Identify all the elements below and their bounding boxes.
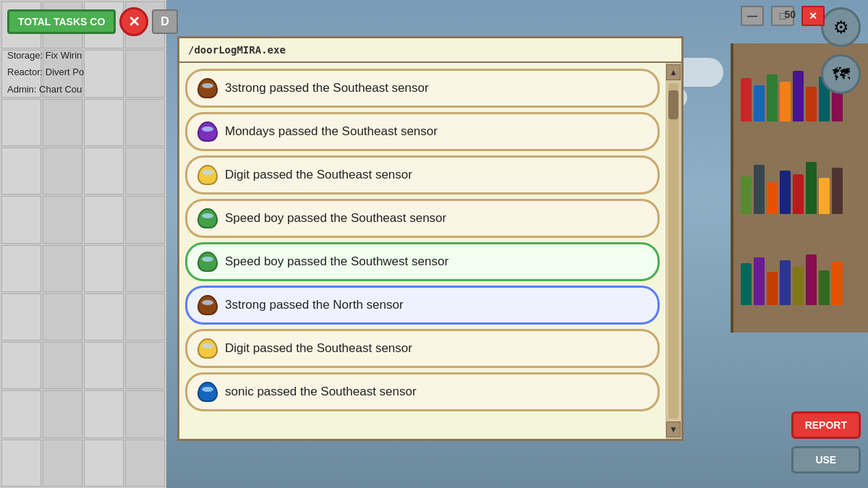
task-item: Reactor: Divert Po — [7, 64, 163, 80]
wall-tile — [43, 196, 82, 243]
book — [806, 162, 817, 214]
log-entry[interactable]: Mondays passed the Southeast sensor — [185, 112, 660, 151]
page-number: 50 — [784, 9, 796, 20]
wall-tile — [1, 245, 41, 292]
settings-icon-button[interactable]: ⚙ — [821, 7, 861, 47]
book — [754, 257, 765, 305]
log-entry-text: Speed boy passed the Southeast sensor — [225, 211, 446, 226]
player-icon — [197, 338, 218, 359]
log-entry[interactable]: Digit passed the Southeast sensor — [185, 329, 660, 368]
log-entry-text: Speed boy passed the Southwest sensor — [225, 254, 448, 269]
log-entry[interactable]: Digit passed the Southeast sensor — [185, 155, 660, 194]
book — [793, 174, 804, 214]
scrollbar[interactable]: ▲ ▼ — [665, 63, 681, 439]
wall-tile — [84, 147, 124, 194]
report-button[interactable]: REPORT — [791, 411, 861, 439]
book — [780, 171, 791, 214]
wall-tile — [125, 390, 165, 437]
wall-tile — [84, 342, 124, 389]
wall-tile — [43, 147, 82, 194]
minimize-button[interactable]: — — [741, 6, 764, 26]
log-entry[interactable]: sonic passed the Southeast sensor — [185, 372, 660, 411]
book — [780, 260, 791, 305]
use-button[interactable]: USE — [791, 446, 861, 474]
total-tasks-button[interactable]: TOTAL TASKS CO — [7, 9, 116, 34]
scroll-down-button[interactable]: ▼ — [666, 421, 681, 437]
book — [832, 168, 843, 214]
log-entry-text: sonic passed the Southeast sensor — [225, 385, 417, 399]
log-entry-text: Digit passed the Southeast sensor — [225, 341, 412, 356]
book — [741, 176, 752, 214]
wall-tile — [125, 294, 165, 341]
gear-icon: ⚙ — [833, 17, 849, 38]
log-entry-text: 3strong passed the North sensor — [225, 298, 404, 312]
door-log-list: 3strong passed the Southeast sensorMonda… — [179, 63, 665, 439]
log-entry[interactable]: Speed boy passed the Southwest sensor — [185, 242, 660, 281]
wall-tile — [1, 294, 41, 341]
wall-tile — [84, 245, 124, 292]
book — [754, 165, 765, 214]
wall-tile — [125, 147, 165, 194]
door-log-window: /doorLogMIRA.exe 3strong passed the Sout… — [177, 36, 684, 441]
door-log-content: 3strong passed the Southeast sensorMonda… — [179, 63, 681, 439]
book — [819, 178, 830, 214]
log-entry-text: 3strong passed the Southeast sensor — [225, 81, 429, 95]
player-icon — [197, 295, 218, 315]
book — [767, 182, 778, 214]
window-controls: — □ ✕ — [741, 6, 825, 26]
player-icon — [197, 252, 218, 272]
log-entry[interactable]: Speed boy passed the Southeast sensor — [185, 199, 660, 238]
wall-tile — [84, 294, 124, 341]
wall-tile — [125, 342, 165, 389]
wall-tile — [84, 196, 124, 243]
wall-tile — [43, 245, 82, 292]
wall-tile — [1, 147, 41, 194]
book — [793, 267, 804, 305]
wall-tile — [43, 99, 82, 146]
scroll-thumb[interactable] — [668, 90, 678, 119]
book — [793, 71, 804, 121]
book — [832, 262, 843, 305]
player-icon — [197, 382, 218, 402]
scroll-track — [668, 83, 678, 419]
book — [806, 87, 817, 121]
log-entry-text: Digit passed the Southeast sensor — [225, 168, 412, 182]
shelf-row — [741, 254, 861, 305]
bottom-right-buttons: REPORT USE — [791, 411, 861, 474]
player-icon — [197, 208, 218, 228]
player-icon — [197, 78, 218, 98]
wall-tile — [43, 440, 82, 487]
wall-tile — [125, 440, 165, 487]
hud-d-label: D — [152, 9, 178, 34]
hud-close-button[interactable]: ✕ — [119, 7, 148, 36]
book — [741, 78, 752, 121]
log-entry[interactable]: 3strong passed the Southeast sensor — [185, 69, 660, 108]
book — [767, 272, 778, 305]
map-icon: 🗺 — [833, 64, 850, 85]
log-entry-text: Mondays passed the Southeast sensor — [225, 124, 438, 139]
wall-tile — [43, 342, 82, 389]
task-list: Storage: Fix Wirin Reactor: Divert Po Ad… — [7, 47, 163, 98]
book — [806, 254, 817, 305]
book — [819, 270, 830, 305]
map-icon-button[interactable]: 🗺 — [821, 54, 861, 94]
door-log-titlebar: /doorLogMIRA.exe — [179, 38, 681, 63]
shelf-row — [741, 162, 861, 214]
book — [780, 82, 791, 121]
book — [741, 263, 752, 305]
wall-tile — [84, 99, 124, 146]
task-item: Storage: Fix Wirin — [7, 47, 163, 64]
wall-tile — [125, 196, 165, 243]
scroll-up-button[interactable]: ▲ — [666, 64, 681, 80]
wall-tile — [1, 440, 41, 487]
wall-tile — [84, 440, 124, 487]
book — [767, 74, 778, 121]
wall-tile — [125, 99, 165, 146]
wall-tile — [125, 245, 165, 292]
log-entry[interactable]: 3strong passed the North sensor — [185, 286, 660, 325]
wall-tile — [1, 99, 41, 146]
player-icon — [197, 121, 218, 142]
book — [754, 85, 765, 121]
player-icon — [197, 165, 218, 185]
close-window-button[interactable]: ✕ — [801, 6, 825, 26]
